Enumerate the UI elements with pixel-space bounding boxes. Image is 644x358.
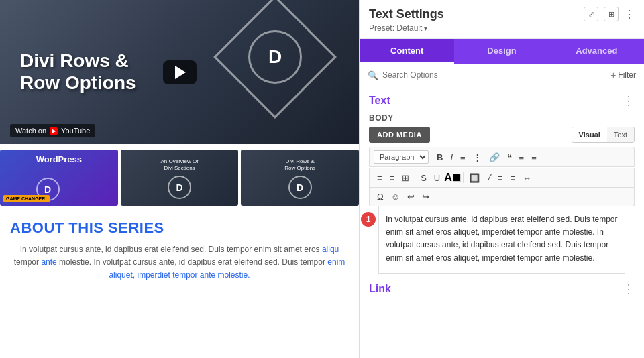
editor-content-wrapper: 1 In volutpat cursus ante, id dapibus er…: [369, 206, 635, 274]
thumbnails-row: WordPress GAME CHANGER! D An Overview Of…: [0, 144, 359, 211]
divi-circle: D: [237, 19, 313, 95]
editor-badge: 1: [361, 212, 376, 227]
panel-content: Text ⋮ Body ADD MEDIA Visual Text Paragr…: [360, 86, 644, 358]
thumbnail-3-label: Divi Rows &Row Options: [282, 156, 317, 173]
about-link-1[interactable]: aliqu: [322, 245, 339, 254]
divi-diamond: D: [213, 0, 337, 119]
play-button[interactable]: [163, 60, 197, 84]
more-options-btn[interactable]: ⋮: [624, 8, 635, 21]
settings-title: Text Settings: [369, 7, 444, 21]
special-char-btn[interactable]: Ω: [374, 190, 387, 203]
align-left-btn[interactable]: ≡: [516, 151, 528, 164]
thumbnail-badge: GAME CHANGER!: [3, 195, 50, 202]
resize-icon: ⤢: [588, 10, 594, 19]
emoji-btn[interactable]: ☺: [388, 190, 403, 203]
color-a-label: A: [444, 172, 452, 184]
preset-row: Preset: Default ▾: [369, 23, 635, 33]
visual-text-toggle: Visual Text: [572, 127, 635, 143]
about-title: ABOUT THIS SERIES: [10, 219, 349, 237]
header-icons: ⤢ ⊞ ⋮: [584, 7, 635, 21]
resize-icon-btn[interactable]: ⤢: [584, 7, 598, 21]
undo-btn[interactable]: ↩: [404, 190, 418, 203]
blockquote-btn[interactable]: ❝: [504, 151, 515, 164]
toolbar-row-3: Ω ☺ ↩ ↪: [369, 188, 635, 206]
about-link-3[interactable]: enim: [327, 257, 345, 267]
about-section: ABOUT THIS SERIES In volutpat cursus ant…: [0, 211, 359, 288]
redo-btn[interactable]: ↪: [419, 190, 433, 203]
toolbar-row-2: ≡ ≡ ⊞ S U A 🔲 𝘐 ≡ ≡ ↔: [369, 168, 635, 188]
watch-on-youtube: Watch on ▶ YouTube: [10, 124, 95, 137]
toolbar-separator-2: [415, 172, 415, 183]
text-section-header: Text ⋮: [360, 86, 644, 112]
text-section-title: Text: [369, 95, 390, 107]
more-icon: ⋮: [624, 9, 635, 20]
align-justify-btn[interactable]: ≡: [386, 172, 398, 184]
text-color-btn[interactable]: A: [444, 172, 461, 184]
tab-bar: Content Design Advanced: [360, 39, 644, 64]
body-label: Body: [360, 112, 644, 127]
italic2-btn[interactable]: 𝘐: [484, 171, 494, 184]
ordered-list-btn[interactable]: ⋮: [470, 151, 485, 164]
visual-btn[interactable]: Visual: [572, 127, 607, 142]
paragraph-select[interactable]: Paragraph: [374, 150, 429, 164]
unordered-list-btn[interactable]: ≡: [457, 151, 469, 164]
search-input[interactable]: [382, 70, 606, 80]
tab-content[interactable]: Content: [360, 39, 454, 64]
align-center-btn[interactable]: ≡: [528, 151, 540, 164]
thumb-2-divi: D: [168, 176, 191, 199]
toolbar-row-1: Paragraph B I ≡ ⋮ 🔗 ❝ ≡ ≡: [369, 147, 635, 167]
settings-header: Text Settings ⤢ ⊞ ⋮ Preset: Default ▾: [360, 0, 644, 39]
align-right-btn[interactable]: ≡: [374, 172, 386, 184]
editor-toolbar: ADD MEDIA Visual Text Paragraph B I ≡ ⋮ …: [360, 127, 644, 206]
table-btn[interactable]: ⊞: [398, 172, 413, 184]
text-btn[interactable]: Text: [607, 127, 634, 142]
color-dot: [453, 174, 461, 182]
thumbnail-1[interactable]: WordPress GAME CHANGER! D: [0, 150, 118, 206]
layout-icon: ⊞: [608, 10, 614, 19]
search-icon: 🔍: [368, 70, 378, 80]
add-media-row: ADD MEDIA Visual Text: [369, 127, 635, 143]
video-title: Divi Rows & Row Options: [20, 50, 136, 95]
thumbnail-3[interactable]: Divi Rows &Row Options D: [241, 150, 359, 206]
strikethrough-btn[interactable]: S: [417, 172, 430, 184]
add-media-button[interactable]: ADD MEDIA: [369, 127, 430, 143]
editor-content[interactable]: In volutpat cursus ante, id dapibus erat…: [378, 206, 625, 274]
right-panel: Text Settings ⤢ ⊞ ⋮ Preset: Default ▾ Co…: [359, 0, 644, 358]
filter-button[interactable]: + Filter: [610, 70, 636, 80]
tab-advanced[interactable]: Advanced: [549, 39, 644, 64]
filter-plus-icon: +: [610, 70, 616, 80]
left-panel: Divi Rows & Row Options D Watch on ▶ You…: [0, 0, 359, 358]
toolbar-separator-1: [431, 152, 431, 162]
about-text: In volutpat cursus ante, id dapibus erat…: [10, 243, 349, 282]
thumbnail-2[interactable]: An Overview OfDivi Sections D: [121, 150, 239, 206]
layout-icon-btn[interactable]: ⊞: [604, 7, 619, 21]
toolbar-separator-3: [463, 172, 464, 183]
bold-btn[interactable]: B: [433, 151, 446, 164]
paste-btn[interactable]: 🔲: [466, 172, 483, 184]
italic-btn[interactable]: I: [447, 151, 456, 164]
link-section-more-icon[interactable]: ⋮: [623, 282, 635, 296]
filter-label: Filter: [618, 70, 636, 80]
thumbnail-2-label: An Overview OfDivi Sections: [159, 156, 201, 173]
underline-btn[interactable]: U: [431, 172, 443, 184]
link-btn[interactable]: 🔗: [486, 151, 503, 164]
link-section-title: Link: [369, 283, 391, 295]
link-section: Link ⋮: [360, 274, 644, 300]
outdent-btn[interactable]: ≡: [506, 172, 519, 184]
about-link-2[interactable]: ante: [41, 257, 56, 267]
divi-d-letter: D: [268, 46, 282, 68]
video-thumbnail: Divi Rows & Row Options D Watch on ▶ You…: [0, 0, 359, 144]
settings-title-row: Text Settings ⤢ ⊞ ⋮: [369, 7, 635, 21]
play-icon: [175, 66, 186, 79]
preset-arrow-icon[interactable]: ▾: [424, 25, 427, 32]
indent-btn[interactable]: ≡: [494, 172, 506, 184]
youtube-logo: ▶: [50, 127, 58, 135]
about-link-4[interactable]: aliquet, imperdiet tempor ante molestie.: [109, 270, 250, 280]
youtube-label: YouTube: [61, 127, 90, 135]
text-section-more-icon[interactable]: ⋮: [623, 93, 635, 108]
fullscreen-btn[interactable]: ↔: [519, 172, 535, 184]
tab-design[interactable]: Design: [454, 39, 549, 64]
thumb-3-divi: D: [288, 176, 312, 199]
preset-label: Preset: Default: [369, 23, 422, 33]
search-bar: 🔍 + Filter: [360, 64, 644, 86]
